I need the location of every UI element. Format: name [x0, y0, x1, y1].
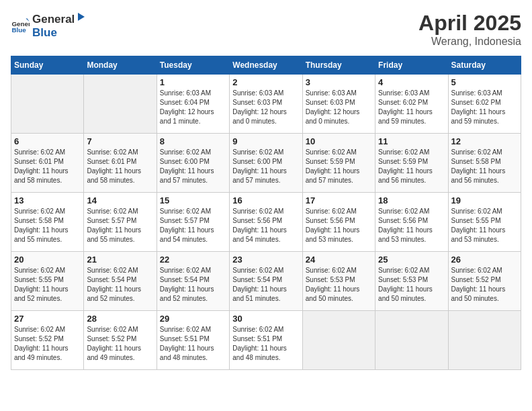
- weekday-header-monday: Monday: [84, 56, 157, 75]
- logo-arrow-icon: [75, 11, 87, 23]
- calendar-week-row: 20Sunrise: 6:02 AM Sunset: 5:55 PM Dayli…: [11, 252, 521, 311]
- day-info: Sunrise: 6:02 AM Sunset: 5:56 PM Dayligh…: [378, 207, 445, 244]
- calendar-cell: 25Sunrise: 6:02 AM Sunset: 5:53 PM Dayli…: [375, 252, 448, 311]
- day-number: 21: [87, 255, 153, 265]
- calendar-cell: 13Sunrise: 6:02 AM Sunset: 5:58 PM Dayli…: [11, 193, 84, 252]
- day-info: Sunrise: 6:02 AM Sunset: 5:58 PM Dayligh…: [14, 207, 81, 244]
- day-info: Sunrise: 6:02 AM Sunset: 5:56 PM Dayligh…: [232, 207, 299, 244]
- calendar-cell: 7Sunrise: 6:02 AM Sunset: 6:01 PM Daylig…: [84, 134, 157, 193]
- day-info: Sunrise: 6:02 AM Sunset: 5:57 PM Dayligh…: [87, 207, 153, 244]
- day-info: Sunrise: 6:02 AM Sunset: 6:01 PM Dayligh…: [87, 148, 153, 185]
- calendar-cell: 17Sunrise: 6:02 AM Sunset: 5:56 PM Dayli…: [302, 193, 375, 252]
- weekday-header-tuesday: Tuesday: [157, 56, 229, 75]
- calendar-cell: 4Sunrise: 6:03 AM Sunset: 6:02 PM Daylig…: [375, 75, 448, 134]
- svg-marker-3: [78, 13, 85, 21]
- calendar-week-row: 27Sunrise: 6:02 AM Sunset: 5:52 PM Dayli…: [11, 311, 521, 370]
- calendar-cell: [11, 75, 84, 134]
- weekday-header-saturday: Saturday: [448, 56, 521, 75]
- day-info: Sunrise: 6:02 AM Sunset: 6:00 PM Dayligh…: [232, 148, 299, 185]
- calendar-week-row: 1Sunrise: 6:03 AM Sunset: 6:04 PM Daylig…: [11, 75, 521, 134]
- day-info: Sunrise: 6:02 AM Sunset: 5:51 PM Dayligh…: [160, 325, 226, 363]
- calendar-cell: [84, 75, 157, 134]
- day-info: Sunrise: 6:02 AM Sunset: 5:56 PM Dayligh…: [306, 207, 372, 244]
- day-info: Sunrise: 6:02 AM Sunset: 5:58 PM Dayligh…: [451, 148, 518, 185]
- day-info: Sunrise: 6:02 AM Sunset: 5:54 PM Dayligh…: [160, 266, 226, 304]
- calendar-week-row: 13Sunrise: 6:02 AM Sunset: 5:58 PM Dayli…: [11, 193, 521, 252]
- calendar-cell: 19Sunrise: 6:02 AM Sunset: 5:55 PM Dayli…: [448, 193, 521, 252]
- calendar-cell: 6Sunrise: 6:02 AM Sunset: 6:01 PM Daylig…: [11, 134, 84, 193]
- day-number: 27: [14, 314, 81, 324]
- calendar-cell: [375, 311, 448, 370]
- calendar-cell: 1Sunrise: 6:03 AM Sunset: 6:04 PM Daylig…: [157, 75, 229, 134]
- day-number: 4: [378, 77, 445, 87]
- calendar-cell: 10Sunrise: 6:02 AM Sunset: 5:59 PM Dayli…: [302, 134, 375, 193]
- day-info: Sunrise: 6:02 AM Sunset: 6:00 PM Dayligh…: [160, 148, 226, 185]
- logo-general-text: General: [32, 13, 75, 26]
- day-number: 17: [306, 195, 372, 205]
- day-number: 1: [160, 77, 226, 87]
- calendar-cell: 18Sunrise: 6:02 AM Sunset: 5:56 PM Dayli…: [375, 193, 448, 252]
- calendar-cell: 15Sunrise: 6:02 AM Sunset: 5:57 PM Dayli…: [157, 193, 229, 252]
- day-info: Sunrise: 6:03 AM Sunset: 6:02 PM Dayligh…: [451, 89, 518, 126]
- calendar-cell: 22Sunrise: 6:02 AM Sunset: 5:54 PM Dayli…: [157, 252, 229, 311]
- day-info: Sunrise: 6:03 AM Sunset: 6:03 PM Dayligh…: [232, 89, 299, 126]
- calendar-cell: 3Sunrise: 6:03 AM Sunset: 6:03 PM Daylig…: [302, 75, 375, 134]
- calendar-cell: 8Sunrise: 6:02 AM Sunset: 6:00 PM Daylig…: [157, 134, 229, 193]
- weekday-header-row: SundayMondayTuesdayWednesdayThursdayFrid…: [11, 56, 521, 75]
- day-number: 16: [232, 195, 299, 205]
- day-info: Sunrise: 6:02 AM Sunset: 6:01 PM Dayligh…: [14, 148, 81, 185]
- day-info: Sunrise: 6:03 AM Sunset: 6:02 PM Dayligh…: [378, 89, 445, 126]
- header: General Blue General Blue April 2025 Wer…: [11, 11, 521, 48]
- calendar-cell: 12Sunrise: 6:02 AM Sunset: 5:58 PM Dayli…: [448, 134, 521, 193]
- day-info: Sunrise: 6:03 AM Sunset: 6:03 PM Dayligh…: [306, 89, 372, 126]
- day-number: 2: [232, 77, 299, 87]
- calendar-cell: 11Sunrise: 6:02 AM Sunset: 5:59 PM Dayli…: [375, 134, 448, 193]
- day-number: 29: [160, 314, 226, 324]
- day-info: Sunrise: 6:02 AM Sunset: 5:59 PM Dayligh…: [378, 148, 445, 185]
- calendar-cell: 23Sunrise: 6:02 AM Sunset: 5:54 PM Dayli…: [230, 252, 302, 311]
- calendar-table: SundayMondayTuesdayWednesdayThursdayFrid…: [11, 56, 521, 370]
- day-info: Sunrise: 6:02 AM Sunset: 5:53 PM Dayligh…: [378, 266, 445, 304]
- day-number: 24: [306, 255, 372, 265]
- day-info: Sunrise: 6:02 AM Sunset: 5:52 PM Dayligh…: [451, 266, 518, 304]
- title-area: April 2025 Werang, Indonesia: [418, 11, 521, 48]
- day-number: 3: [306, 77, 372, 87]
- calendar-cell: 27Sunrise: 6:02 AM Sunset: 5:52 PM Dayli…: [11, 311, 84, 370]
- day-number: 8: [160, 136, 226, 146]
- calendar-cell: 30Sunrise: 6:02 AM Sunset: 5:51 PM Dayli…: [230, 311, 302, 370]
- logo-blue-text: Blue: [32, 26, 57, 39]
- location-subtitle: Werang, Indonesia: [418, 36, 521, 48]
- month-year-title: April 2025: [418, 11, 521, 36]
- weekday-header-thursday: Thursday: [302, 56, 375, 75]
- logo: General Blue General Blue: [11, 11, 88, 40]
- svg-text:Blue: Blue: [11, 26, 26, 33]
- day-number: 9: [232, 136, 299, 146]
- day-number: 26: [451, 255, 518, 265]
- day-number: 25: [378, 255, 445, 265]
- day-info: Sunrise: 6:02 AM Sunset: 5:59 PM Dayligh…: [306, 148, 372, 185]
- calendar-cell: [448, 311, 521, 370]
- day-number: 18: [378, 195, 445, 205]
- day-info: Sunrise: 6:02 AM Sunset: 5:53 PM Dayligh…: [306, 266, 372, 304]
- calendar-cell: 28Sunrise: 6:02 AM Sunset: 5:52 PM Dayli…: [84, 311, 157, 370]
- day-info: Sunrise: 6:02 AM Sunset: 5:55 PM Dayligh…: [14, 266, 81, 304]
- day-number: 5: [451, 77, 518, 87]
- calendar-cell: 16Sunrise: 6:02 AM Sunset: 5:56 PM Dayli…: [230, 193, 302, 252]
- calendar-week-row: 6Sunrise: 6:02 AM Sunset: 6:01 PM Daylig…: [11, 134, 521, 193]
- day-number: 11: [378, 136, 445, 146]
- day-info: Sunrise: 6:02 AM Sunset: 5:54 PM Dayligh…: [232, 266, 299, 304]
- calendar-cell: 21Sunrise: 6:02 AM Sunset: 5:54 PM Dayli…: [84, 252, 157, 311]
- day-info: Sunrise: 6:02 AM Sunset: 5:52 PM Dayligh…: [14, 325, 81, 363]
- calendar-cell: [302, 311, 375, 370]
- weekday-header-wednesday: Wednesday: [230, 56, 302, 75]
- day-number: 13: [14, 195, 81, 205]
- day-info: Sunrise: 6:02 AM Sunset: 5:54 PM Dayligh…: [87, 266, 153, 304]
- calendar-cell: 5Sunrise: 6:03 AM Sunset: 6:02 PM Daylig…: [448, 75, 521, 134]
- day-number: 15: [160, 195, 226, 205]
- calendar-cell: 24Sunrise: 6:02 AM Sunset: 5:53 PM Dayli…: [302, 252, 375, 311]
- day-info: Sunrise: 6:02 AM Sunset: 5:52 PM Dayligh…: [87, 325, 153, 363]
- day-info: Sunrise: 6:03 AM Sunset: 6:04 PM Dayligh…: [160, 89, 226, 126]
- day-number: 6: [14, 136, 81, 146]
- calendar-cell: 2Sunrise: 6:03 AM Sunset: 6:03 PM Daylig…: [230, 75, 302, 134]
- calendar-cell: 9Sunrise: 6:02 AM Sunset: 6:00 PM Daylig…: [230, 134, 302, 193]
